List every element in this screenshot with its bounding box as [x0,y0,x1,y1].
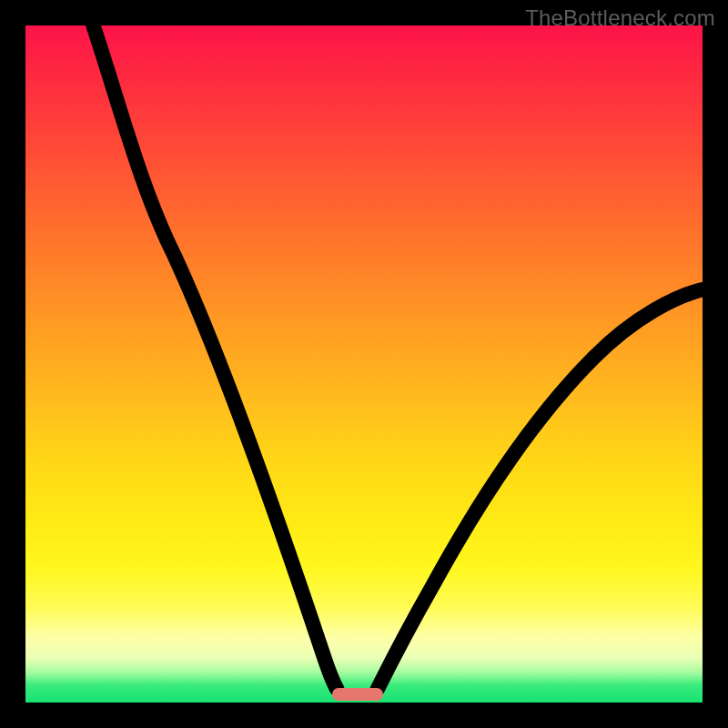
minimum-marker [332,688,383,701]
chart-frame: TheBottleneck.com [0,0,728,728]
curve-left-branch [93,25,337,689]
curve-right-branch [378,289,703,689]
bottleneck-curve [25,25,703,703]
plot-area [25,25,703,703]
